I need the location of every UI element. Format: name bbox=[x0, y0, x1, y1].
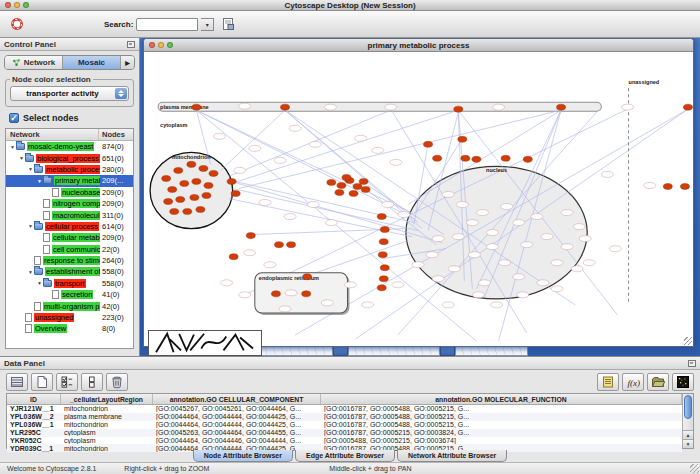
network-node-selected[interactable] bbox=[190, 194, 199, 200]
network-node[interactable] bbox=[362, 302, 374, 308]
network-node[interactable] bbox=[385, 104, 397, 110]
network-node-selected[interactable] bbox=[183, 209, 192, 215]
network-node-selected[interactable] bbox=[424, 141, 433, 147]
network-node-selected[interactable] bbox=[196, 207, 205, 213]
network-view-window[interactable]: primary metabolic process plasma membran… bbox=[143, 38, 694, 347]
table-cell[interactable]: [GO:0045267, GO:0045261, GO:0044464, G..… bbox=[153, 405, 321, 412]
zoom-view-button[interactable] bbox=[167, 42, 173, 48]
network-node[interactable] bbox=[284, 214, 296, 220]
column-header-molecular-function[interactable]: annotation.GO MOLECULAR_FUNCTION bbox=[321, 394, 682, 404]
network-node[interactable] bbox=[307, 202, 319, 208]
tree-row[interactable]: cell communicat22(0) bbox=[6, 244, 133, 255]
table-row[interactable]: YLR295Ccytoplasm[GO:0045263, GO:0044464,… bbox=[7, 429, 682, 437]
expander-icon[interactable]: ▼ bbox=[27, 223, 34, 229]
mitochondrion-label[interactable]: mitochondrion bbox=[172, 154, 211, 160]
minimize-view-button[interactable] bbox=[158, 42, 164, 48]
network-node[interactable] bbox=[621, 104, 633, 110]
column-header-id[interactable]: ID bbox=[7, 394, 61, 404]
network-node-selected[interactable] bbox=[454, 106, 463, 112]
network-node-selected[interactable] bbox=[683, 104, 692, 110]
table-cell[interactable]: [GO:0016787, GO:0005215, GO:0003824, G..… bbox=[321, 429, 682, 436]
network-node-selected[interactable] bbox=[335, 189, 344, 195]
network-node[interactable] bbox=[579, 236, 591, 242]
tree-row[interactable]: ▼metabolic process280(0) bbox=[6, 164, 133, 175]
network-node[interactable] bbox=[501, 204, 513, 210]
network-node[interactable] bbox=[609, 246, 621, 252]
network-node[interactable] bbox=[432, 236, 444, 242]
network-node[interactable] bbox=[355, 135, 367, 141]
plasma-membrane-region[interactable] bbox=[158, 102, 601, 111]
network-node[interactable] bbox=[239, 292, 251, 298]
network-node-selected[interactable] bbox=[377, 214, 386, 220]
tree-row-label[interactable]: Overview bbox=[34, 324, 67, 333]
tree-row-label[interactable]: cell communicat bbox=[52, 245, 100, 254]
tree-row[interactable]: unassigned223(0) bbox=[6, 312, 133, 323]
matrix-view-button[interactable] bbox=[672, 373, 694, 391]
tree-column-nodes[interactable]: Nodes bbox=[99, 129, 133, 140]
network-node[interactable] bbox=[392, 282, 404, 288]
network-node-selected[interactable] bbox=[168, 186, 177, 192]
network-node-selected[interactable] bbox=[192, 178, 201, 184]
network-node-selected[interactable] bbox=[472, 156, 481, 162]
network-node[interactable] bbox=[517, 292, 529, 298]
network-node[interactable] bbox=[264, 262, 276, 268]
network-node-selected[interactable] bbox=[379, 239, 388, 245]
expander-icon[interactable]: ▼ bbox=[9, 144, 16, 150]
network-node[interactable] bbox=[239, 103, 251, 109]
tab-edge-attribute-browser[interactable]: Edge Attribute Browser bbox=[295, 450, 395, 462]
network-node-selected[interactable] bbox=[680, 183, 689, 189]
network-node-selected[interactable] bbox=[353, 183, 362, 189]
network-node[interactable] bbox=[521, 242, 533, 248]
tab-mosaic[interactable]: Mosaic bbox=[63, 56, 121, 69]
plasma-membrane-label[interactable]: plasma membrane bbox=[160, 104, 209, 110]
network-node-selected[interactable] bbox=[287, 242, 296, 248]
network-node-selected[interactable] bbox=[303, 274, 312, 280]
scrollbar-thumb[interactable] bbox=[684, 395, 692, 419]
tree-row-label[interactable]: biological_process bbox=[36, 154, 100, 163]
expander-icon[interactable]: ▼ bbox=[27, 269, 34, 275]
network-node[interactable] bbox=[466, 220, 478, 226]
table-cell[interactable]: YJR121W__1 bbox=[7, 405, 61, 412]
table-cell[interactable]: YKR052C bbox=[7, 437, 61, 444]
network-node[interactable] bbox=[551, 260, 563, 266]
overview-window-fragment[interactable] bbox=[148, 330, 262, 356]
network-node[interactable] bbox=[452, 234, 464, 240]
column-header-cellular-component[interactable]: annotation.GO CELLULAR_COMPONENT bbox=[153, 394, 321, 404]
tree-row-label[interactable]: primary metabo bbox=[54, 176, 100, 185]
table-cell[interactable]: YLR295C bbox=[7, 429, 61, 436]
network-node-selected[interactable] bbox=[274, 242, 283, 248]
network-node-selected[interactable] bbox=[523, 156, 532, 162]
network-node-selected[interactable] bbox=[349, 190, 358, 196]
network-node[interactable] bbox=[279, 306, 291, 312]
search-dropdown-arrow[interactable]: ▾ bbox=[201, 18, 214, 31]
table-cell[interactable]: [GO:0044464, GO:0044446, GO:0044444, G..… bbox=[153, 437, 321, 444]
network-node-selected[interactable] bbox=[342, 174, 351, 180]
help-button[interactable] bbox=[6, 15, 27, 34]
network-node[interactable] bbox=[472, 292, 484, 298]
network-node-selected[interactable] bbox=[302, 291, 311, 297]
network-node[interactable] bbox=[468, 252, 480, 258]
close-view-button[interactable] bbox=[149, 42, 155, 48]
network-node-selected[interactable] bbox=[164, 198, 173, 204]
network-node[interactable] bbox=[491, 302, 503, 308]
tree-row-label[interactable]: cellular process bbox=[45, 222, 99, 231]
tree-row-label[interactable]: secretion bbox=[61, 290, 93, 299]
tree-row[interactable]: ▼transport558(0) bbox=[6, 278, 133, 289]
cytoplasm-label[interactable]: cytoplasm bbox=[160, 122, 187, 128]
unselect-attributes-button[interactable] bbox=[81, 373, 103, 391]
network-node[interactable] bbox=[234, 167, 246, 173]
zoom-window-button[interactable] bbox=[23, 2, 29, 8]
network-node[interactable] bbox=[249, 145, 261, 151]
network-edge[interactable] bbox=[285, 110, 422, 228]
import-attributes-button[interactable] bbox=[647, 373, 669, 391]
float-panel-icon[interactable] bbox=[127, 41, 135, 48]
network-node[interactable] bbox=[537, 280, 549, 286]
function-builder-button[interactable]: f(x) bbox=[622, 373, 644, 391]
tree-row-label[interactable]: metabolic process bbox=[45, 165, 100, 174]
network-node-selected[interactable] bbox=[280, 104, 289, 110]
table-row[interactable]: YPL036W__2plasma membrane[GO:0044464, GO… bbox=[7, 413, 682, 421]
network-node[interactable] bbox=[344, 282, 356, 288]
close-window-button[interactable] bbox=[5, 2, 11, 8]
network-node-selected[interactable] bbox=[433, 155, 442, 161]
scroll-up-button[interactable]: ▲ bbox=[683, 430, 693, 439]
